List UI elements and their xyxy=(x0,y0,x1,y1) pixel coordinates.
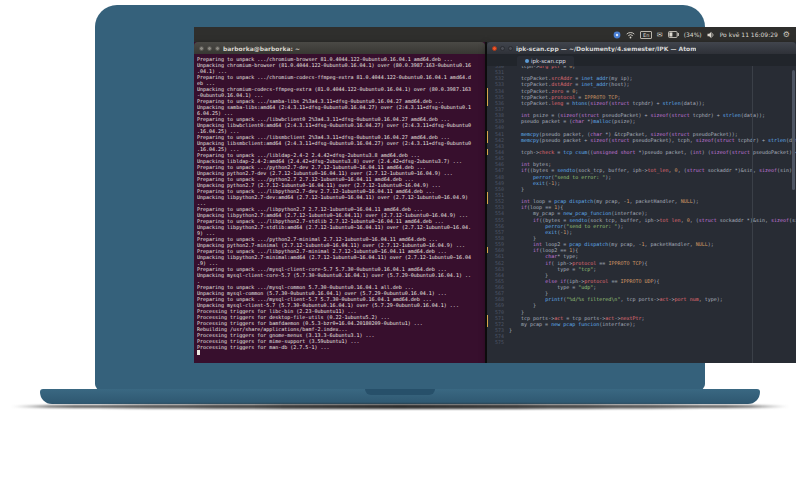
app-indicator-icon[interactable] xyxy=(613,31,621,39)
top-panel: En ✉ (34%) Po kvě 11 16:09:29 ⚙ xyxy=(194,27,796,42)
atom-window[interactable]: ipk-scan.cpp — ~/Dokumenty/4.semester/IP… xyxy=(487,42,796,363)
terminal-window[interactable]: barborka@barborka: ~ Preparing to unpack… xyxy=(194,42,485,363)
terminal-line: Unpacking libpython2.7-stdlib:amd64 (2.7… xyxy=(197,224,482,230)
battery-icon[interactable] xyxy=(668,31,679,38)
atom-minimize-button[interactable] xyxy=(500,46,505,51)
atom-titlebar[interactable]: ipk-scan.cpp — ~/Dokumenty/4.semester/IP… xyxy=(487,42,796,54)
code-line: 544 tcph->check = tcp_csum((unsigned sho… xyxy=(487,149,796,155)
terminal-line: Unpacking libsmbclient:amd64 (2:4.3.11+d… xyxy=(197,140,482,146)
tab-ipk-scan-cpp[interactable]: ipk-scan.cpp xyxy=(517,56,574,66)
tab-label: ipk-scan.cpp xyxy=(531,58,566,64)
volume-icon[interactable] xyxy=(707,31,715,39)
laptop-shadow xyxy=(10,404,790,409)
wrap-guide xyxy=(752,66,753,363)
keyboard-layout-indicator[interactable]: En xyxy=(640,31,651,39)
messages-icon[interactable]: ✉ xyxy=(657,31,663,39)
terminal-line: Unpacking samba-libs:amd64 (2:4.3.11+dfs… xyxy=(197,104,482,110)
terminal-close-button[interactable] xyxy=(199,46,204,51)
terminal-line: Unpacking libpython2.7-minimal:amd64 (2.… xyxy=(197,254,482,260)
battery-percentage: (34%) xyxy=(684,31,702,38)
clock[interactable]: Po kvě 11 16:09:29 xyxy=(720,31,778,38)
terminal-line: Preparing to unpack .../chromium-codecs-… xyxy=(197,74,482,80)
terminal-minimize-button[interactable] xyxy=(207,46,212,51)
atom-maximize-button[interactable] xyxy=(508,46,513,51)
wifi-icon[interactable] xyxy=(626,31,635,39)
laptop-hinge-notch xyxy=(365,389,435,395)
terminal-line: Unpacking libwbclient0:amd64 (2:4.3.11+d… xyxy=(197,122,482,128)
vertical-scrollbar[interactable] xyxy=(792,70,795,190)
terminal-line: Unpacking libpython2.7-dev:amd64 (2.7.12… xyxy=(197,194,482,200)
laptop-screen: En ✉ (34%) Po kvě 11 16:09:29 ⚙ xyxy=(194,27,796,363)
terminal-line: Unpacking chromium-browser (81.0.4044.12… xyxy=(197,62,482,68)
terminal-titlebar[interactable]: barborka@barborka: ~ xyxy=(194,42,485,54)
cpp-file-icon xyxy=(525,59,529,63)
terminal-cursor xyxy=(197,350,200,355)
atom-close-button[interactable] xyxy=(492,46,497,51)
session-gear-icon[interactable]: ⚙ xyxy=(783,31,790,39)
atom-tab-bar: ipk-scan.cpp xyxy=(487,54,796,66)
page: En ✉ (34%) Po kvě 11 16:09:29 ⚙ xyxy=(0,0,800,477)
atom-window-title: ipk-scan.cpp — ~/Dokumenty/4.semester/IP… xyxy=(516,45,696,52)
terminal-title: barborka@barborka: ~ xyxy=(223,45,300,52)
code-line: 542 memcpy(pseudo_packet + sizeof(struct… xyxy=(487,137,796,143)
terminal-maximize-button[interactable] xyxy=(215,46,220,51)
terminal-line: Unpacking mysql-client-core-5.7 (5.7.30-… xyxy=(197,272,482,278)
code-editor[interactable]: 530 tcph->urg_ptr = 0;531532 tcpPacket.s… xyxy=(487,66,796,363)
laptop-base xyxy=(40,389,760,404)
laptop-lid: En ✉ (34%) Po kvě 11 16:09:29 ⚙ xyxy=(95,5,705,390)
code-line: 575 xyxy=(487,339,796,345)
terminal-output[interactable]: Preparing to unpack .../chromium-browser… xyxy=(194,54,485,358)
